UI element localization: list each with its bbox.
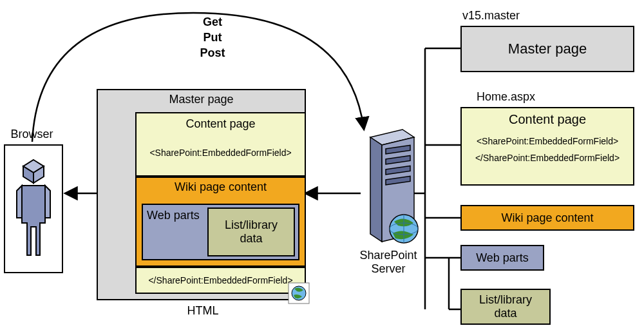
right-close-tag: </SharePoint:EmbeddedFormField> <box>462 153 633 163</box>
browser-box <box>4 144 63 273</box>
right-master-file-label: v15.master <box>462 9 540 23</box>
http-post-label: Post <box>187 46 238 60</box>
right-open-tag: <SharePoint:EmbeddedFormField> <box>462 136 633 146</box>
right-wiki-box: Wiki page content <box>460 205 634 231</box>
right-listlib-label: List/library data <box>479 293 532 320</box>
right-webparts-box: Web parts <box>460 245 544 271</box>
right-content-box: Content page <SharePoint:EmbeddedFormFie… <box>460 107 634 186</box>
right-master-box: Master page <box>460 26 634 72</box>
server-label: SharePoint Server <box>353 249 424 276</box>
svg-marker-13 <box>370 137 382 242</box>
center-open-tag: <SharePoint:EmbeddedFormField> <box>137 148 305 158</box>
right-wiki-label: Wiki page content <box>501 211 593 225</box>
center-content-label: Content page <box>137 113 305 131</box>
center-close-tag: </SharePoint:EmbeddedFormField> <box>148 275 292 285</box>
center-wiki-label: Wiki page content <box>137 178 305 194</box>
browser-label: Browser <box>1 128 62 141</box>
right-content-label: Content page <box>462 108 633 127</box>
globe-icon <box>288 282 310 304</box>
http-get-label: Get <box>187 15 238 29</box>
center-webparts-label: Web parts <box>143 205 200 222</box>
center-content-box: Content page <SharePoint:EmbeddedFormFie… <box>135 112 306 177</box>
center-master-label: Master page <box>98 90 305 106</box>
person-icon <box>5 146 62 272</box>
center-close-tag-box: </SharePoint:EmbeddedFormField> <box>135 267 306 294</box>
center-html-label: HTML <box>164 304 242 318</box>
right-listlib-box: List/library data <box>460 289 551 325</box>
server-globe-icon <box>388 213 420 245</box>
http-put-label: Put <box>187 31 238 44</box>
right-content-file-label: Home.aspx <box>477 90 567 104</box>
right-webparts-label: Web parts <box>476 251 529 265</box>
right-master-label: Master page <box>508 41 587 57</box>
center-listlib-box: List/library data <box>207 207 295 256</box>
center-listlib-label: List/library data <box>225 218 278 246</box>
